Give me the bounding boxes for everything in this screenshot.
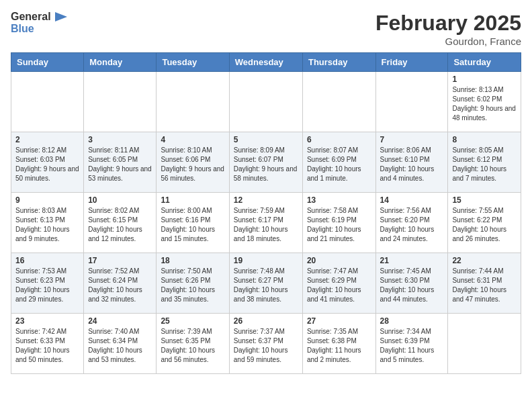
day-number: 11 <box>161 195 224 205</box>
day-number: 22 <box>452 256 517 265</box>
day-number: 18 <box>161 256 224 265</box>
day-info: Sunrise: 8:02 AM Sunset: 6:15 PM Dayligh… <box>88 206 152 244</box>
calendar-week-row: 2Sunrise: 8:12 AM Sunset: 6:03 PM Daylig… <box>11 132 521 193</box>
header-tuesday: Tuesday <box>157 53 229 72</box>
day-number: 15 <box>452 195 517 205</box>
day-number: 10 <box>88 195 152 205</box>
day-info: Sunrise: 7:37 AM Sunset: 6:37 PM Dayligh… <box>234 327 298 365</box>
calendar-cell <box>11 72 84 132</box>
day-number: 7 <box>380 135 444 144</box>
header-saturday: Saturday <box>448 53 521 72</box>
day-number: 21 <box>380 256 444 265</box>
day-number: 25 <box>161 316 224 326</box>
day-info: Sunrise: 7:50 AM Sunset: 6:26 PM Dayligh… <box>161 267 224 304</box>
calendar-cell: 28Sunrise: 7:34 AM Sunset: 6:39 PM Dayli… <box>375 314 448 374</box>
logo-general-text: General <box>11 11 51 23</box>
day-info: Sunrise: 8:11 AM Sunset: 6:05 PM Dayligh… <box>88 146 152 183</box>
day-info: Sunrise: 7:53 AM Sunset: 6:23 PM Dayligh… <box>15 267 79 304</box>
calendar-cell: 2Sunrise: 8:12 AM Sunset: 6:03 PM Daylig… <box>11 132 84 193</box>
calendar-cell: 25Sunrise: 7:39 AM Sunset: 6:35 PM Dayli… <box>157 314 229 374</box>
calendar-cell: 19Sunrise: 7:48 AM Sunset: 6:27 PM Dayli… <box>229 253 302 314</box>
day-info: Sunrise: 8:03 AM Sunset: 6:13 PM Dayligh… <box>15 206 79 244</box>
header-sunday: Sunday <box>11 53 84 72</box>
calendar-week-row: 9Sunrise: 8:03 AM Sunset: 6:13 PM Daylig… <box>11 193 521 253</box>
calendar-cell: 4Sunrise: 8:10 AM Sunset: 6:06 PM Daylig… <box>157 132 229 193</box>
day-number: 26 <box>234 316 298 326</box>
day-info: Sunrise: 7:35 AM Sunset: 6:38 PM Dayligh… <box>307 327 371 365</box>
day-info: Sunrise: 8:07 AM Sunset: 6:09 PM Dayligh… <box>307 146 371 183</box>
calendar-cell: 6Sunrise: 8:07 AM Sunset: 6:09 PM Daylig… <box>302 132 375 193</box>
header-wednesday: Wednesday <box>229 53 302 72</box>
location: Gourdon, France <box>375 36 521 47</box>
header-monday: Monday <box>84 53 157 72</box>
day-number: 23 <box>15 316 79 326</box>
calendar-week-row: 16Sunrise: 7:53 AM Sunset: 6:23 PM Dayli… <box>11 253 521 314</box>
title-block: February 2025 Gourdon, France <box>375 11 521 47</box>
calendar-cell: 9Sunrise: 8:03 AM Sunset: 6:13 PM Daylig… <box>11 193 84 253</box>
day-info: Sunrise: 7:39 AM Sunset: 6:35 PM Dayligh… <box>161 327 224 365</box>
day-info: Sunrise: 7:59 AM Sunset: 6:17 PM Dayligh… <box>234 206 298 244</box>
day-info: Sunrise: 8:12 AM Sunset: 6:03 PM Dayligh… <box>15 146 79 183</box>
day-number: 4 <box>161 135 224 144</box>
day-number: 14 <box>380 195 444 205</box>
calendar-cell: 21Sunrise: 7:45 AM Sunset: 6:30 PM Dayli… <box>375 253 448 314</box>
calendar-cell: 27Sunrise: 7:35 AM Sunset: 6:38 PM Dayli… <box>302 314 375 374</box>
day-info: Sunrise: 7:52 AM Sunset: 6:24 PM Dayligh… <box>88 267 152 304</box>
calendar-cell: 26Sunrise: 7:37 AM Sunset: 6:37 PM Dayli… <box>229 314 302 374</box>
calendar-cell: 14Sunrise: 7:56 AM Sunset: 6:20 PM Dayli… <box>375 193 448 253</box>
calendar-cell: 11Sunrise: 8:00 AM Sunset: 6:16 PM Dayli… <box>157 193 229 253</box>
calendar-cell: 18Sunrise: 7:50 AM Sunset: 6:26 PM Dayli… <box>157 253 229 314</box>
calendar-cell: 20Sunrise: 7:47 AM Sunset: 6:29 PM Dayli… <box>302 253 375 314</box>
day-info: Sunrise: 7:42 AM Sunset: 6:33 PM Dayligh… <box>15 327 79 365</box>
day-info: Sunrise: 7:56 AM Sunset: 6:20 PM Dayligh… <box>380 206 444 244</box>
calendar-cell <box>448 314 521 374</box>
calendar-cell: 15Sunrise: 7:55 AM Sunset: 6:22 PM Dayli… <box>448 193 521 253</box>
day-number: 6 <box>307 135 371 144</box>
day-info: Sunrise: 8:05 AM Sunset: 6:12 PM Dayligh… <box>452 146 517 183</box>
logo-blue-text: Blue <box>11 23 34 35</box>
day-info: Sunrise: 7:48 AM Sunset: 6:27 PM Dayligh… <box>234 267 298 304</box>
day-number: 28 <box>380 316 444 326</box>
calendar-cell: 23Sunrise: 7:42 AM Sunset: 6:33 PM Dayli… <box>11 314 84 374</box>
day-number: 19 <box>234 256 298 265</box>
calendar-cell <box>375 72 448 132</box>
calendar-cell: 17Sunrise: 7:52 AM Sunset: 6:24 PM Dayli… <box>84 253 157 314</box>
month-year: February 2025 <box>375 11 521 36</box>
day-number: 13 <box>307 195 371 205</box>
day-number: 2 <box>15 135 79 144</box>
calendar-cell: 8Sunrise: 8:05 AM Sunset: 6:12 PM Daylig… <box>448 132 521 193</box>
calendar-cell: 16Sunrise: 7:53 AM Sunset: 6:23 PM Dayli… <box>11 253 84 314</box>
calendar-cell: 3Sunrise: 8:11 AM Sunset: 6:05 PM Daylig… <box>84 132 157 193</box>
day-info: Sunrise: 8:00 AM Sunset: 6:16 PM Dayligh… <box>161 206 224 244</box>
day-info: Sunrise: 7:47 AM Sunset: 6:29 PM Dayligh… <box>307 267 371 304</box>
day-info: Sunrise: 7:45 AM Sunset: 6:30 PM Dayligh… <box>380 267 444 304</box>
calendar-cell: 13Sunrise: 7:58 AM Sunset: 6:19 PM Dayli… <box>302 193 375 253</box>
day-info: Sunrise: 7:34 AM Sunset: 6:39 PM Dayligh… <box>380 327 444 365</box>
day-number: 24 <box>88 316 152 326</box>
calendar-cell: 5Sunrise: 8:09 AM Sunset: 6:07 PM Daylig… <box>229 132 302 193</box>
calendar-cell: 10Sunrise: 8:02 AM Sunset: 6:15 PM Dayli… <box>84 193 157 253</box>
calendar-cell: 1Sunrise: 8:13 AM Sunset: 6:02 PM Daylig… <box>448 72 521 132</box>
day-info: Sunrise: 7:40 AM Sunset: 6:34 PM Dayligh… <box>88 327 152 365</box>
header-friday: Friday <box>375 53 448 72</box>
calendar-week-row: 23Sunrise: 7:42 AM Sunset: 6:33 PM Dayli… <box>11 314 521 374</box>
day-number: 9 <box>15 195 79 205</box>
calendar-cell: 22Sunrise: 7:44 AM Sunset: 6:31 PM Dayli… <box>448 253 521 314</box>
calendar-cell: 24Sunrise: 7:40 AM Sunset: 6:34 PM Dayli… <box>84 314 157 374</box>
day-info: Sunrise: 8:13 AM Sunset: 6:02 PM Dayligh… <box>452 85 517 123</box>
day-info: Sunrise: 7:55 AM Sunset: 6:22 PM Dayligh… <box>452 206 517 244</box>
calendar-week-row: 1Sunrise: 8:13 AM Sunset: 6:02 PM Daylig… <box>11 72 521 132</box>
calendar-cell: 7Sunrise: 8:06 AM Sunset: 6:10 PM Daylig… <box>375 132 448 193</box>
day-info: Sunrise: 8:09 AM Sunset: 6:07 PM Dayligh… <box>234 146 298 183</box>
day-number: 8 <box>452 135 517 144</box>
calendar-cell <box>157 72 229 132</box>
day-info: Sunrise: 8:06 AM Sunset: 6:10 PM Dayligh… <box>380 146 444 183</box>
logo: General Blue <box>11 11 67 35</box>
calendar-cell <box>229 72 302 132</box>
page-header: General Blue February 2025 Gourdon, Fran… <box>11 11 521 47</box>
svg-marker-0 <box>55 12 67 21</box>
calendar-table: Sunday Monday Tuesday Wednesday Thursday… <box>11 52 521 374</box>
day-number: 12 <box>234 195 298 205</box>
calendar-cell <box>84 72 157 132</box>
day-number: 27 <box>307 316 371 326</box>
